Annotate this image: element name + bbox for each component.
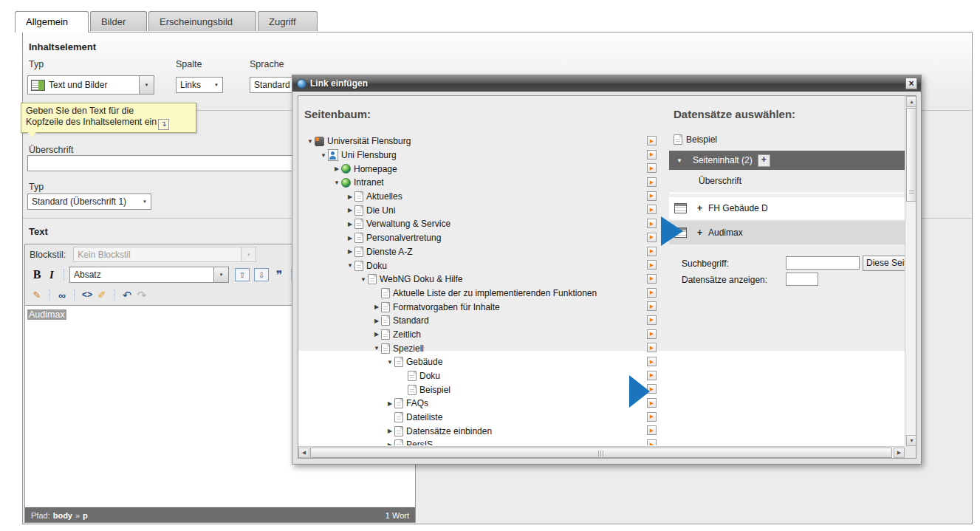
tree-node-label[interactable]: Aktuelles bbox=[366, 191, 402, 202]
tree-node-label[interactable]: Dateiliste bbox=[406, 412, 442, 422]
tree-expander-icon[interactable] bbox=[386, 359, 394, 366]
horizontal-scrollbar-thumb[interactable] bbox=[310, 448, 892, 458]
selected-text[interactable]: Audimax bbox=[27, 309, 66, 320]
tree-node-label[interactable]: Verwaltung & Service bbox=[366, 219, 450, 229]
tree-node-label[interactable]: FAQs bbox=[406, 398, 428, 408]
tree-expander-icon[interactable] bbox=[346, 235, 354, 241]
chevron-down-icon[interactable] bbox=[210, 78, 222, 92]
tab-bilder[interactable]: Bilder bbox=[90, 11, 147, 31]
tab-allgemein[interactable]: Allgemein bbox=[15, 11, 89, 32]
record-select-arrow-icon[interactable] bbox=[647, 191, 657, 201]
record-select-arrow-icon[interactable] bbox=[647, 357, 657, 366]
source-code-icon[interactable]: <> bbox=[80, 288, 95, 303]
indent-icon[interactable]: ⇩ bbox=[254, 268, 269, 281]
tree-node-label[interactable]: Homepage bbox=[354, 164, 397, 174]
dialog-title-bar[interactable]: Link einfügen bbox=[292, 75, 921, 92]
tree-node-label[interactable]: Doku bbox=[419, 371, 440, 381]
record-select-arrow-icon[interactable] bbox=[647, 412, 657, 422]
tree-expander-icon[interactable] bbox=[332, 165, 341, 172]
record-select-arrow-icon[interactable] bbox=[647, 150, 657, 160]
path-segment-body[interactable]: body bbox=[53, 511, 72, 520]
tree-expander-icon[interactable] bbox=[372, 304, 381, 310]
plus-icon[interactable]: + bbox=[697, 227, 702, 238]
tree-node-label[interactable]: Personalvertretung bbox=[366, 233, 441, 243]
tree-expander-icon[interactable] bbox=[319, 152, 328, 159]
tree-expander-icon[interactable] bbox=[346, 193, 354, 200]
record-select-arrow-icon[interactable] bbox=[647, 439, 657, 445]
record-select-arrow-icon[interactable] bbox=[647, 136, 657, 145]
scroll-up-icon[interactable]: ▲ bbox=[906, 96, 916, 107]
tree-node-label[interactable]: Aktuelle Liste der zu implementierenden … bbox=[393, 288, 597, 298]
record-select-arrow-icon[interactable] bbox=[647, 260, 657, 270]
tree-expander-icon[interactable] bbox=[306, 138, 315, 145]
expand-plus-button[interactable]: + bbox=[758, 154, 770, 167]
italic-button[interactable]: I bbox=[44, 267, 59, 282]
tree-expander-icon[interactable] bbox=[386, 400, 394, 407]
anzeigen-input[interactable] bbox=[786, 273, 818, 286]
outdent-icon[interactable]: ⇧ bbox=[235, 268, 250, 281]
tree-node-label[interactable]: Formatvorgaben für Inhalte bbox=[393, 302, 500, 312]
field-row-ueberschrift[interactable]: Überschrift bbox=[669, 170, 905, 194]
record-select-arrow-icon[interactable] bbox=[647, 219, 657, 228]
tab-erscheinungsbild[interactable]: Erscheinungsbild bbox=[148, 11, 256, 31]
record-select-arrow-icon[interactable] bbox=[647, 343, 657, 352]
record-select-arrow-icon[interactable] bbox=[647, 425, 657, 435]
scroll-down-icon[interactable]: ▼ bbox=[906, 435, 916, 446]
tree-expander-icon[interactable] bbox=[372, 331, 381, 338]
tree-node-label[interactable]: WebNG Doku & Hilfe bbox=[380, 274, 462, 284]
tree-expander-icon[interactable] bbox=[359, 276, 368, 283]
record-select-arrow-icon[interactable] bbox=[647, 301, 657, 311]
tree-node-label[interactable]: Uni Flensburg bbox=[341, 150, 397, 160]
tree-expander-icon[interactable] bbox=[332, 179, 341, 186]
find-replace-icon[interactable]: ∞ bbox=[55, 288, 69, 303]
tree-expander-icon[interactable] bbox=[372, 345, 381, 352]
ueberschrift-typ-select[interactable]: Standard (Überschrift 1) bbox=[27, 193, 151, 210]
tab-zugriff[interactable]: Zugriff bbox=[258, 11, 318, 31]
tree-node-label[interactable]: PersIS bbox=[406, 439, 433, 445]
bold-button[interactable]: B bbox=[30, 267, 44, 282]
close-icon[interactable]: × bbox=[905, 78, 917, 89]
tree-node-label[interactable]: Speziell bbox=[393, 343, 424, 354]
tree-node-label[interactable]: Zeitlich bbox=[393, 329, 421, 340]
tree-node-label[interactable]: Die Uni bbox=[366, 205, 395, 216]
record-select-arrow-icon[interactable] bbox=[647, 163, 657, 173]
scroll-left-icon[interactable]: ◀ bbox=[298, 448, 309, 458]
tree-expander-icon[interactable] bbox=[372, 318, 381, 324]
typ-select[interactable]: Text und Bilder bbox=[27, 75, 154, 95]
record-select-arrow-icon[interactable] bbox=[647, 288, 657, 298]
tree-expander-icon[interactable] bbox=[346, 207, 354, 213]
tree-node-label[interactable]: Dienste A-Z bbox=[366, 247, 413, 257]
record-select-arrow-icon[interactable] bbox=[647, 274, 657, 284]
record-select-arrow-icon[interactable] bbox=[647, 177, 657, 187]
vertical-scrollbar[interactable]: ▲ ▼ bbox=[905, 96, 916, 446]
chevron-down-icon[interactable] bbox=[139, 76, 154, 94]
tree-node-label[interactable]: Datensätze einbinden bbox=[406, 426, 492, 436]
chevron-down-icon[interactable] bbox=[139, 194, 151, 209]
caret-down-icon[interactable]: ▼ bbox=[676, 157, 682, 164]
record-select-arrow-icon[interactable] bbox=[647, 233, 657, 242]
blockquote-icon[interactable]: ❞ bbox=[272, 267, 287, 282]
vertical-scrollbar-thumb[interactable] bbox=[906, 108, 916, 202]
suchbegriff-input[interactable] bbox=[786, 256, 860, 270]
undo-icon[interactable]: ↶ bbox=[120, 288, 134, 303]
tree-node-label[interactable]: Doku bbox=[366, 261, 387, 271]
spalte-select[interactable]: Links bbox=[176, 77, 223, 93]
plus-icon[interactable]: + bbox=[697, 203, 702, 213]
horizontal-scrollbar[interactable]: ◀ ▶ bbox=[298, 446, 905, 458]
scroll-right-icon[interactable]: ▶ bbox=[894, 448, 905, 458]
seiteninhalt-group-header[interactable]: ▼ Seiteninhalt (2) + bbox=[669, 151, 905, 170]
tree-expander-icon[interactable] bbox=[386, 428, 394, 434]
record-select-arrow-icon[interactable] bbox=[647, 205, 657, 214]
redo-icon[interactable]: ↷ bbox=[134, 288, 149, 303]
record-select-arrow-icon[interactable] bbox=[647, 329, 657, 339]
tree-node-label[interactable]: Universität Flensburg bbox=[327, 136, 411, 146]
record-row-audimax[interactable]: + Audimax bbox=[669, 221, 905, 244]
tree-expander-icon[interactable] bbox=[346, 248, 354, 255]
paragraph-format-select[interactable]: Absatz bbox=[69, 267, 229, 283]
record-row-fh-gebaeude-d[interactable]: + FH Gebäude D bbox=[669, 197, 905, 219]
tree-node-label[interactable]: Gebäude bbox=[406, 357, 442, 367]
tree-node-label[interactable]: Standard bbox=[393, 315, 429, 326]
diese-seite-button[interactable]: Diese Seite bbox=[863, 256, 905, 271]
record-select-arrow-icon[interactable] bbox=[647, 247, 657, 256]
clean-broom-icon[interactable]: ✐ bbox=[95, 288, 109, 303]
